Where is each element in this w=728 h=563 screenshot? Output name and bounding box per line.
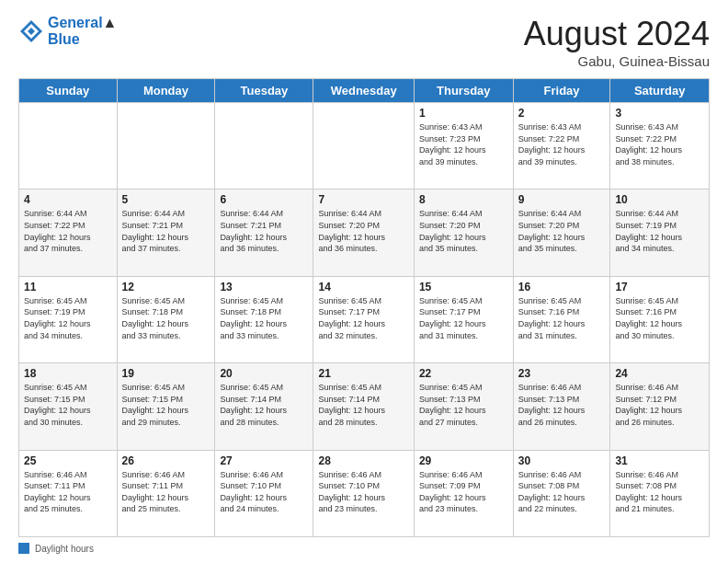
day-info: Sunrise: 6:43 AM Sunset: 7:22 PM Dayligh… (518, 121, 606, 167)
day-info: Sunrise: 6:46 AM Sunset: 7:11 PM Dayligh… (24, 469, 112, 515)
day-info: Sunrise: 6:46 AM Sunset: 7:08 PM Dayligh… (518, 469, 606, 515)
day-number: 15 (419, 281, 508, 293)
day-cell-21: 21Sunrise: 6:45 AM Sunset: 7:14 PM Dayli… (313, 363, 414, 450)
day-cell-2: 2Sunrise: 6:43 AM Sunset: 7:22 PM Daylig… (513, 103, 610, 190)
day-info: Sunrise: 6:44 AM Sunset: 7:19 PM Dayligh… (615, 208, 704, 254)
calendar-table: SundayMondayTuesdayWednesdayThursdayFrid… (18, 78, 710, 537)
day-info: Sunrise: 6:43 AM Sunset: 7:23 PM Dayligh… (419, 121, 508, 167)
day-cell-28: 28Sunrise: 6:46 AM Sunset: 7:10 PM Dayli… (313, 450, 414, 536)
week-row-5: 25Sunrise: 6:46 AM Sunset: 7:11 PM Dayli… (19, 450, 710, 536)
day-header-tuesday: Tuesday (215, 79, 313, 103)
day-cell-10: 10Sunrise: 6:44 AM Sunset: 7:19 PM Dayli… (610, 190, 710, 276)
header: General▲ Blue August 2024 Gabu, Guinea-B… (18, 15, 710, 69)
day-cell-15: 15Sunrise: 6:45 AM Sunset: 7:17 PM Dayli… (414, 276, 513, 362)
day-info: Sunrise: 6:45 AM Sunset: 7:17 PM Dayligh… (419, 295, 508, 341)
week-row-1: 1Sunrise: 6:43 AM Sunset: 7:23 PM Daylig… (19, 103, 710, 190)
day-info: Sunrise: 6:46 AM Sunset: 7:10 PM Dayligh… (220, 469, 308, 515)
day-header-saturday: Saturday (610, 79, 710, 103)
day-info: Sunrise: 6:46 AM Sunset: 7:10 PM Dayligh… (318, 469, 408, 515)
day-cell-1: 1Sunrise: 6:43 AM Sunset: 7:23 PM Daylig… (414, 103, 513, 190)
empty-cell (215, 103, 313, 190)
logo-line1: General (48, 15, 103, 30)
day-info: Sunrise: 6:46 AM Sunset: 7:09 PM Dayligh… (419, 469, 508, 515)
header-row: SundayMondayTuesdayWednesdayThursdayFrid… (19, 79, 710, 103)
day-number: 30 (518, 454, 606, 467)
day-number: 8 (419, 193, 508, 206)
day-number: 24 (615, 367, 704, 380)
day-info: Sunrise: 6:45 AM Sunset: 7:15 PM Dayligh… (122, 382, 210, 428)
day-number: 31 (615, 454, 704, 467)
day-cell-19: 19Sunrise: 6:45 AM Sunset: 7:15 PM Dayli… (117, 363, 215, 450)
day-cell-20: 20Sunrise: 6:45 AM Sunset: 7:14 PM Dayli… (215, 363, 313, 450)
day-number: 14 (318, 281, 408, 293)
day-info: Sunrise: 6:44 AM Sunset: 7:20 PM Dayligh… (518, 208, 606, 254)
empty-cell (313, 103, 414, 190)
day-number: 19 (122, 367, 210, 380)
day-cell-3: 3Sunrise: 6:43 AM Sunset: 7:22 PM Daylig… (610, 103, 710, 190)
day-header-sunday: Sunday (19, 79, 118, 103)
day-number: 2 (518, 107, 606, 120)
day-cell-14: 14Sunrise: 6:45 AM Sunset: 7:17 PM Dayli… (313, 276, 414, 362)
day-cell-26: 26Sunrise: 6:46 AM Sunset: 7:11 PM Dayli… (117, 450, 215, 536)
day-cell-30: 30Sunrise: 6:46 AM Sunset: 7:08 PM Dayli… (513, 450, 610, 536)
day-number: 28 (318, 454, 408, 467)
day-info: Sunrise: 6:45 AM Sunset: 7:15 PM Dayligh… (24, 382, 112, 428)
day-cell-17: 17Sunrise: 6:45 AM Sunset: 7:16 PM Dayli… (610, 276, 710, 362)
day-info: Sunrise: 6:45 AM Sunset: 7:19 PM Dayligh… (24, 295, 112, 341)
week-row-2: 4Sunrise: 6:44 AM Sunset: 7:22 PM Daylig… (19, 190, 710, 276)
day-header-wednesday: Wednesday (313, 79, 414, 103)
day-number: 13 (220, 281, 308, 293)
page: General▲ Blue August 2024 Gabu, Guinea-B… (0, 0, 728, 563)
day-cell-25: 25Sunrise: 6:46 AM Sunset: 7:11 PM Dayli… (19, 450, 118, 536)
day-info: Sunrise: 6:45 AM Sunset: 7:14 PM Dayligh… (318, 382, 408, 428)
day-number: 5 (122, 193, 210, 206)
day-number: 18 (24, 367, 112, 380)
logo-text: General▲ Blue (48, 15, 117, 48)
day-info: Sunrise: 6:46 AM Sunset: 7:08 PM Dayligh… (615, 469, 704, 515)
day-info: Sunrise: 6:43 AM Sunset: 7:22 PM Dayligh… (615, 121, 704, 167)
empty-cell (19, 103, 118, 190)
day-info: Sunrise: 6:45 AM Sunset: 7:18 PM Dayligh… (220, 295, 308, 341)
day-cell-4: 4Sunrise: 6:44 AM Sunset: 7:22 PM Daylig… (19, 190, 118, 276)
day-cell-9: 9Sunrise: 6:44 AM Sunset: 7:20 PM Daylig… (513, 190, 610, 276)
empty-cell (117, 103, 215, 190)
day-cell-8: 8Sunrise: 6:44 AM Sunset: 7:20 PM Daylig… (414, 190, 513, 276)
day-info: Sunrise: 6:46 AM Sunset: 7:11 PM Dayligh… (122, 469, 210, 515)
day-number: 26 (122, 454, 210, 467)
title-block: August 2024 Gabu, Guinea-Bissau (524, 15, 710, 69)
day-info: Sunrise: 6:46 AM Sunset: 7:13 PM Dayligh… (518, 382, 606, 428)
day-cell-22: 22Sunrise: 6:45 AM Sunset: 7:13 PM Dayli… (414, 363, 513, 450)
day-header-friday: Friday (513, 79, 610, 103)
day-cell-18: 18Sunrise: 6:45 AM Sunset: 7:15 PM Dayli… (19, 363, 118, 450)
day-info: Sunrise: 6:45 AM Sunset: 7:16 PM Dayligh… (615, 295, 704, 341)
day-info: Sunrise: 6:45 AM Sunset: 7:18 PM Dayligh… (122, 295, 210, 341)
day-number: 17 (615, 281, 704, 293)
day-info: Sunrise: 6:46 AM Sunset: 7:12 PM Dayligh… (615, 382, 704, 428)
logo: General▲ Blue (18, 15, 117, 48)
day-info: Sunrise: 6:44 AM Sunset: 7:21 PM Dayligh… (220, 208, 308, 254)
day-info: Sunrise: 6:45 AM Sunset: 7:16 PM Dayligh… (518, 295, 606, 341)
day-number: 25 (24, 454, 112, 467)
day-info: Sunrise: 6:45 AM Sunset: 7:14 PM Dayligh… (220, 382, 308, 428)
day-info: Sunrise: 6:44 AM Sunset: 7:22 PM Dayligh… (24, 208, 112, 254)
logo-icon (18, 18, 44, 44)
day-number: 12 (122, 281, 210, 293)
day-cell-7: 7Sunrise: 6:44 AM Sunset: 7:20 PM Daylig… (313, 190, 414, 276)
day-number: 16 (518, 281, 606, 293)
day-cell-27: 27Sunrise: 6:46 AM Sunset: 7:10 PM Dayli… (215, 450, 313, 536)
day-cell-23: 23Sunrise: 6:46 AM Sunset: 7:13 PM Dayli… (513, 363, 610, 450)
week-row-3: 11Sunrise: 6:45 AM Sunset: 7:19 PM Dayli… (19, 276, 710, 362)
day-cell-5: 5Sunrise: 6:44 AM Sunset: 7:21 PM Daylig… (117, 190, 215, 276)
day-number: 3 (615, 107, 704, 120)
day-number: 1 (419, 107, 508, 120)
day-number: 11 (24, 281, 112, 293)
day-header-thursday: Thursday (414, 79, 513, 103)
day-cell-29: 29Sunrise: 6:46 AM Sunset: 7:09 PM Dayli… (414, 450, 513, 536)
day-number: 23 (518, 367, 606, 380)
day-number: 6 (220, 193, 308, 206)
logo-line2: Blue (48, 31, 117, 48)
day-info: Sunrise: 6:44 AM Sunset: 7:21 PM Dayligh… (122, 208, 210, 254)
day-info: Sunrise: 6:45 AM Sunset: 7:13 PM Dayligh… (419, 382, 508, 428)
day-number: 10 (615, 193, 704, 206)
footer-label: Daylight hours (35, 544, 94, 554)
